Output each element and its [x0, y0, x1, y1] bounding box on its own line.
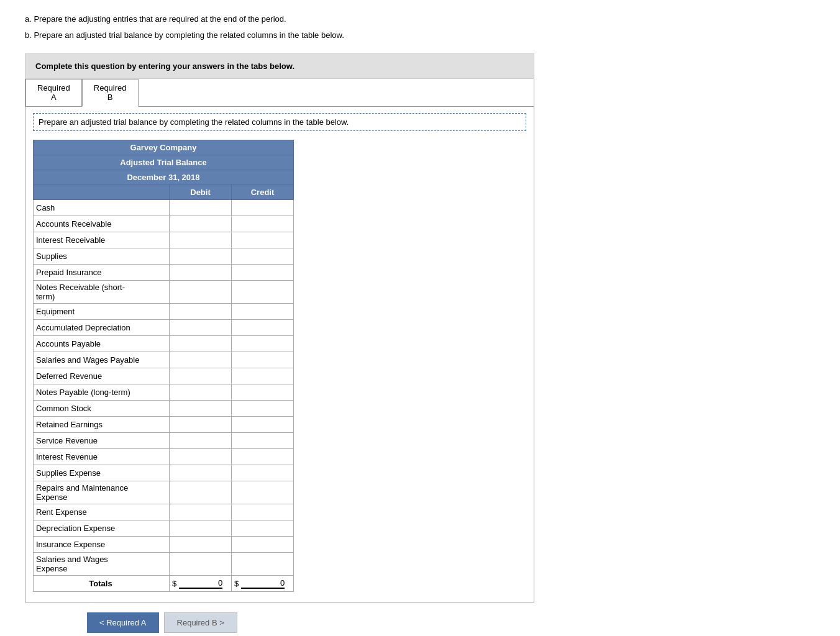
table-row: Salaries and WagesExpense [34, 553, 294, 576]
credit-cell[interactable] [232, 216, 294, 232]
debit-input[interactable] [173, 219, 227, 229]
credit-input[interactable] [235, 355, 290, 365]
credit-input[interactable] [235, 268, 290, 277]
credit-cell[interactable] [232, 537, 294, 553]
credit-input[interactable] [235, 540, 290, 549]
trial-balance-table: Garvey Company Adjusted Trial Balance De… [33, 140, 294, 592]
credit-cell[interactable] [232, 368, 294, 384]
credit-input[interactable] [235, 203, 290, 212]
debit-input[interactable] [173, 288, 227, 297]
credit-cell[interactable] [232, 200, 294, 216]
debit-input[interactable] [173, 323, 227, 332]
credit-input[interactable] [235, 307, 290, 316]
credit-cell[interactable] [232, 265, 294, 281]
credit-cell[interactable] [232, 553, 294, 576]
debit-input[interactable] [173, 404, 227, 413]
debit-input[interactable] [173, 452, 227, 461]
credit-input[interactable] [235, 488, 290, 497]
debit-input[interactable] [173, 307, 227, 316]
debit-input[interactable] [173, 252, 227, 261]
debit-input[interactable] [173, 355, 227, 365]
credit-input[interactable] [235, 468, 290, 478]
credit-input[interactable] [235, 420, 290, 429]
tab-required-a[interactable]: RequiredA [25, 79, 82, 106]
credit-cell[interactable] [232, 304, 294, 320]
credit-input[interactable] [235, 235, 290, 245]
credit-cell[interactable] [232, 281, 294, 304]
debit-cell[interactable] [170, 417, 232, 433]
debit-cell[interactable] [170, 304, 232, 320]
prev-button[interactable]: < Required A [87, 612, 159, 633]
credit-input[interactable] [235, 436, 290, 445]
debit-input[interactable] [173, 203, 227, 212]
totals-debit-input[interactable] [179, 578, 222, 589]
debit-cell[interactable] [170, 320, 232, 336]
debit-input[interactable] [173, 524, 227, 533]
credit-cell[interactable] [232, 417, 294, 433]
debit-input[interactable] [173, 339, 227, 348]
credit-cell[interactable] [232, 320, 294, 336]
debit-input[interactable] [173, 507, 227, 517]
debit-input[interactable] [173, 371, 227, 381]
debit-cell[interactable] [170, 352, 232, 368]
debit-cell[interactable] [170, 200, 232, 216]
credit-input[interactable] [235, 339, 290, 348]
table-date-row: December 31, 2018 [34, 170, 294, 185]
debit-cell[interactable] [170, 520, 232, 537]
next-button[interactable]: Required B > [164, 612, 237, 633]
debit-input[interactable] [173, 436, 227, 445]
debit-cell[interactable] [170, 265, 232, 281]
credit-input[interactable] [235, 288, 290, 297]
debit-input[interactable] [173, 560, 227, 569]
debit-input[interactable] [173, 540, 227, 549]
tab-description: Prepare an adjusted trial balance by com… [33, 113, 526, 131]
credit-input[interactable] [235, 219, 290, 229]
debit-input[interactable] [173, 420, 227, 429]
account-label: Notes Receivable (short-term) [34, 281, 170, 304]
debit-cell[interactable] [170, 481, 232, 504]
credit-input[interactable] [235, 560, 290, 569]
debit-input[interactable] [173, 488, 227, 497]
debit-input[interactable] [173, 468, 227, 478]
credit-cell[interactable] [232, 352, 294, 368]
credit-cell[interactable] [232, 336, 294, 352]
credit-cell[interactable] [232, 401, 294, 417]
debit-cell[interactable] [170, 401, 232, 417]
debit-input[interactable] [173, 235, 227, 245]
credit-cell[interactable] [232, 433, 294, 449]
debit-cell[interactable] [170, 553, 232, 576]
credit-cell[interactable] [232, 232, 294, 248]
debit-cell[interactable] [170, 384, 232, 401]
totals-credit-input[interactable] [241, 578, 285, 589]
credit-input[interactable] [235, 452, 290, 461]
debit-input[interactable] [173, 388, 227, 397]
credit-cell[interactable] [232, 481, 294, 504]
totals-row: Totals $ $ [34, 576, 294, 592]
debit-cell[interactable] [170, 449, 232, 465]
debit-cell[interactable] [170, 232, 232, 248]
debit-cell[interactable] [170, 537, 232, 553]
credit-input[interactable] [235, 507, 290, 517]
debit-cell[interactable] [170, 465, 232, 481]
debit-cell[interactable] [170, 433, 232, 449]
credit-input[interactable] [235, 524, 290, 533]
debit-cell[interactable] [170, 336, 232, 352]
credit-input[interactable] [235, 252, 290, 261]
credit-cell[interactable] [232, 384, 294, 401]
credit-input[interactable] [235, 371, 290, 381]
debit-cell[interactable] [170, 281, 232, 304]
credit-cell[interactable] [232, 520, 294, 537]
credit-cell[interactable] [232, 449, 294, 465]
credit-input[interactable] [235, 388, 290, 397]
debit-cell[interactable] [170, 216, 232, 232]
credit-input[interactable] [235, 323, 290, 332]
debit-input[interactable] [173, 268, 227, 277]
credit-cell[interactable] [232, 465, 294, 481]
credit-cell[interactable] [232, 248, 294, 265]
credit-input[interactable] [235, 404, 290, 413]
tab-required-b[interactable]: RequiredB [82, 79, 139, 107]
debit-cell[interactable] [170, 504, 232, 520]
credit-cell[interactable] [232, 504, 294, 520]
debit-cell[interactable] [170, 368, 232, 384]
debit-cell[interactable] [170, 248, 232, 265]
